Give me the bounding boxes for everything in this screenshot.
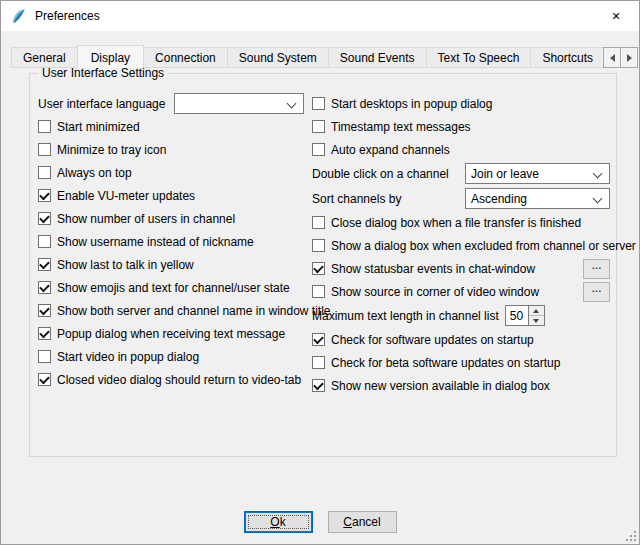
cancel-button[interactable]: Cancel [328,511,397,533]
max-text-length-row: Maximum text length in channel list 50 [312,303,610,328]
checkbox[interactable] [312,143,325,156]
checkbox[interactable] [312,239,325,252]
checkbox-label: Auto expand channels [331,143,450,157]
dialog-button-bar: Ok Cancel [1,511,639,533]
statusbar-events-more-button[interactable]: ... [583,259,610,279]
double-click-row: Double click on a channel Join or leave [312,161,610,186]
ok-button-label: O [270,515,279,529]
checkbox-row[interactable]: Show last to talk in yellow [38,253,304,276]
checkbox-label: Start desktops in popup dialog [331,97,492,111]
arrow-left-icon [610,54,615,62]
checkbox[interactable] [312,262,325,275]
checkbox-label: Timestamp text messages [331,120,471,134]
checkbox-label: Check for software updates on startup [331,333,534,347]
tab-sound-system[interactable]: Sound System [227,47,329,68]
checkbox-row[interactable]: Enable VU-meter updates [38,184,304,207]
checkbox-label: Show new version available in dialog box [331,379,550,393]
tab-connection[interactable]: Connection [143,47,228,68]
tab-scroll-right-button[interactable] [620,47,638,68]
tab-shortcuts[interactable]: Shortcuts [530,47,605,68]
window-title: Preferences [35,9,100,23]
cancel-button-label: C [343,515,352,529]
max-text-length-value[interactable]: 50 [505,305,529,326]
checkbox[interactable] [38,120,51,133]
tab-text-to-speech[interactable]: Text To Speech [426,47,532,68]
close-icon[interactable]: ✕ [593,1,639,31]
checkbox-row[interactable]: Show both server and channel name in win… [38,299,304,322]
checkbox-row[interactable]: Show emojis and text for channel/user st… [38,276,304,299]
sort-channels-row: Sort channels by Ascending [312,186,610,211]
checkbox[interactable] [38,304,51,317]
checkbox[interactable] [312,379,325,392]
checkbox-row[interactable]: Show new version available in dialog box [312,374,610,397]
sort-channels-combobox[interactable]: Ascending [465,188,610,209]
checkbox[interactable] [38,143,51,156]
statusbar-events-row[interactable]: Show statusbar events in chat-window ... [312,257,610,280]
checkbox-label: Check for beta software updates on start… [331,356,560,370]
checkbox[interactable] [38,281,51,294]
checkbox-row[interactable]: Start video in popup dialog [38,345,304,368]
checkbox[interactable] [38,350,51,363]
video-source-row[interactable]: Show source in corner of video window ..… [312,280,610,303]
spin-up-icon[interactable] [529,306,544,315]
checkbox-label: Show source in corner of video window [331,285,539,299]
tab-scroller [603,47,638,68]
language-combobox[interactable] [174,93,304,114]
checkbox[interactable] [312,120,325,133]
checkbox-label: Minimize to tray icon [57,143,166,157]
checkbox[interactable] [38,235,51,248]
tab-sound-events[interactable]: Sound Events [328,47,427,68]
checkbox-row[interactable]: Popup dialog when receiving text message [38,322,304,345]
checkbox-row[interactable]: Show number of users in channel [38,207,304,230]
double-click-combobox[interactable]: Join or leave [465,163,610,184]
checkbox[interactable] [312,216,325,229]
checkbox-row[interactable]: Check for software updates on startup [312,328,610,351]
checkbox-row[interactable]: Timestamp text messages [312,115,610,138]
checkbox-label: Show username instead of nickname [57,235,254,249]
checkbox[interactable] [312,285,325,298]
sort-channels-value: Ascending [471,192,527,206]
checkbox-label: Show emojis and text for channel/user st… [57,281,290,295]
arrow-right-icon [627,54,632,62]
spin-buttons [529,305,545,326]
checkbox-label: Always on top [57,166,132,180]
tab-display[interactable]: Display [77,45,144,68]
checkbox[interactable] [38,258,51,271]
ok-button[interactable]: Ok [244,511,313,533]
user-interface-settings-group: User Interface Settings User interface l… [29,73,617,457]
checkbox[interactable] [38,166,51,179]
checkbox[interactable] [312,356,325,369]
checkbox-row[interactable]: Check for beta software updates on start… [312,351,610,374]
checkbox-row[interactable]: Show a dialog box when excluded from cha… [312,234,610,257]
checkbox-row[interactable]: Auto expand channels [312,138,610,161]
checkbox[interactable] [312,97,325,110]
tab-general[interactable]: General [11,47,78,68]
spin-down-icon[interactable] [529,315,544,325]
checkbox[interactable] [312,333,325,346]
checkbox-row[interactable]: Show username instead of nickname [38,230,304,253]
group-title: User Interface Settings [38,66,168,80]
checkbox[interactable] [38,327,51,340]
preferences-dialog: Preferences ✕ General Display Connection… [0,0,640,545]
tab-scroll-left-button[interactable] [603,47,621,68]
checkbox-row[interactable]: Start minimized [38,115,304,138]
checkbox-label: Enable VU-meter updates [57,189,195,203]
checkbox-label: Show statusbar events in chat-window [331,262,535,276]
cancel-button-label-rest: ancel [352,515,381,529]
checkbox-label: Start video in popup dialog [57,350,199,364]
checkbox-row[interactable]: Start desktops in popup dialog [312,92,610,115]
checkbox-row[interactable]: Always on top [38,161,304,184]
checkbox-row[interactable]: Closed video dialog should return to vid… [38,368,304,391]
checkbox[interactable] [38,189,51,202]
checkbox-label: Show both server and channel name in win… [57,304,331,318]
checkbox[interactable] [38,212,51,225]
double-click-label: Double click on a channel [312,167,449,181]
checkbox-label: Show last to talk in yellow [57,258,194,272]
video-source-more-button[interactable]: ... [583,282,610,302]
title-bar[interactable]: Preferences ✕ [1,1,639,31]
checkbox-row[interactable]: Minimize to tray icon [38,138,304,161]
checkbox-row[interactable]: Close dialog box when a file transfer is… [312,211,610,234]
checkbox[interactable] [38,373,51,386]
ok-button-label-rest: k [280,515,286,529]
resize-grip[interactable] [624,529,637,542]
